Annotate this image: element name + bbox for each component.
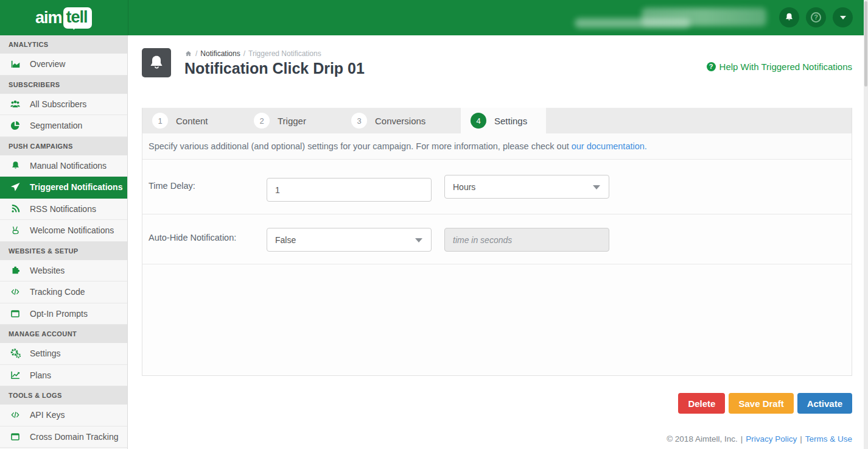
auto-hide-seconds-input [444, 228, 609, 252]
page-icon-box [142, 48, 171, 77]
wizard-tabs: 1 Content 2 Trigger 3 Conversions 4 Sett… [142, 108, 852, 133]
settings-description: Specify various additional (and optional… [142, 133, 852, 160]
breadcrumb-current: Triggered Notifications [248, 49, 321, 58]
breadcrumb-notifications[interactable]: Notifications [200, 49, 240, 58]
privacy-policy-link[interactable]: Privacy Policy [746, 434, 797, 444]
sidebar-item-tracking-code[interactable]: Tracking Code [0, 281, 127, 303]
sidebar-item-label: Welcome Notifications [30, 225, 114, 235]
sidebar-section-analytics: ANALYTICS [0, 35, 127, 54]
sidebar-section-tools-logs: TOOLS & LOGS [0, 386, 127, 405]
sidebar-item-opt-in-prompts[interactable]: Opt-In Prompts [0, 303, 127, 325]
rss-icon [9, 203, 22, 215]
footer-separator: | [800, 434, 802, 444]
bell-icon [784, 12, 794, 23]
sidebar-section-websites-setup: WEBSITES & SETUP [0, 242, 127, 260]
page-title: Notification Click Drip 01 [184, 60, 365, 77]
sidebar-item-label: Cross Domain Tracking [30, 432, 119, 442]
time-delay-unit-select[interactable]: Hours [444, 175, 609, 199]
sidebar-item-settings[interactable]: Settings [0, 343, 127, 365]
pie-chart-icon [9, 119, 22, 132]
question-mark-icon: ? [811, 12, 821, 23]
aimtell-logo[interactable]: aim tell [35, 7, 92, 29]
tab-number: 4 [471, 113, 486, 129]
sidebar-item-overview[interactable]: Overview [0, 54, 127, 76]
breadcrumb: / Notifications / Triggered Notification… [184, 49, 321, 58]
breadcrumb-separator: / [243, 49, 245, 58]
tab-label: Conversions [375, 116, 425, 126]
area-chart-icon [9, 58, 22, 70]
topbar: aim tell ? [0, 0, 864, 35]
activate-button[interactable]: Activate [797, 393, 852, 414]
topbar-divider [128, 0, 128, 35]
sidebar-item-all-subscribers[interactable]: All Subscribers [0, 94, 127, 116]
sidebar-section-manage-account: MANAGE ACCOUNT [0, 325, 127, 343]
sidebar-section-subscribers: SUBSCRIBERS [0, 76, 127, 94]
scrollbar[interactable] [864, 0, 868, 449]
code-icon [9, 286, 22, 298]
tab-label: Settings [494, 116, 527, 126]
logo-text-aim: aim [35, 9, 62, 27]
documentation-link[interactable]: our documentation. [572, 141, 647, 151]
time-delay-input[interactable] [267, 178, 432, 202]
help-with-triggered-notifications-link[interactable]: ? Help With Triggered Notifications [707, 62, 852, 72]
sidebar-item-rss-notifications[interactable]: RSS Notifications [0, 199, 127, 221]
sidebar: ANALYTICS Overview SUBSCRIBERS All Subsc… [0, 35, 128, 449]
sidebar-item-label: Overview [30, 59, 65, 69]
tab-trigger[interactable]: 2 Trigger [244, 108, 341, 133]
redacted-site-selector [642, 8, 766, 26]
sidebar-item-segmentation[interactable]: Segmentation [0, 115, 127, 137]
sidebar-item-triggered-notifications[interactable]: Triggered Notifications [0, 177, 127, 199]
auto-hide-label: Auto-Hide Notification: [149, 233, 236, 242]
panel-empty-area [142, 264, 852, 375]
chevron-down-icon [593, 185, 600, 193]
sidebar-item-label: Tracking Code [30, 287, 85, 297]
time-delay-row: Time Delay: Hours [142, 160, 852, 214]
page-header: / Notifications / Triggered Notification… [128, 35, 864, 108]
footer-separator: | [741, 434, 743, 444]
tab-label: Trigger [278, 116, 306, 126]
gears-icon [9, 347, 22, 359]
browser-window-icon [9, 308, 22, 320]
delete-button[interactable]: Delete [678, 393, 725, 414]
sidebar-item-cross-domain-tracking[interactable]: Cross Domain Tracking [0, 426, 127, 448]
terms-link[interactable]: Terms & Use [805, 434, 852, 444]
auto-hide-row: Auto-Hide Notification: False [142, 214, 852, 264]
tab-conversions[interactable]: 3 Conversions [341, 108, 461, 133]
footer: © 2018 Aimtell, Inc. | Privacy Policy | … [667, 434, 852, 444]
sidebar-item-api-keys[interactable]: API Keys [0, 405, 127, 426]
save-draft-button[interactable]: Save Draft [729, 393, 793, 414]
line-chart-icon [9, 369, 22, 381]
scrollbar-thumb[interactable] [864, 1, 867, 87]
breadcrumb-separator: / [195, 49, 197, 58]
sidebar-item-manual-notifications[interactable]: Manual Notifications [0, 155, 127, 177]
action-buttons: Delete Save Draft Activate [678, 393, 852, 414]
tab-settings[interactable]: 4 Settings [461, 108, 546, 133]
description-text: Specify various additional (and optional… [149, 141, 569, 151]
tab-label: Content [176, 116, 208, 126]
auto-hide-select[interactable]: False [267, 228, 432, 252]
hand-peace-icon [9, 224, 22, 236]
tab-number: 3 [351, 113, 367, 129]
sidebar-item-label: Segmentation [30, 121, 82, 130]
sidebar-item-plans[interactable]: Plans [0, 365, 127, 387]
users-icon [9, 98, 22, 110]
sidebar-section-push-campaigns: PUSH CAMPAIGNS [0, 137, 127, 155]
main-content: / Notifications / Triggered Notification… [128, 35, 864, 449]
code-icon [9, 409, 22, 421]
tab-content[interactable]: 1 Content [142, 108, 244, 133]
sidebar-item-label: RSS Notifications [30, 204, 96, 214]
chevron-down-icon [415, 238, 422, 246]
paper-plane-icon [9, 181, 22, 193]
account-menu-button[interactable] [833, 7, 853, 27]
sidebar-item-welcome-notifications[interactable]: Welcome Notifications [0, 220, 127, 242]
sidebar-item-label: Settings [30, 348, 61, 358]
home-icon[interactable] [184, 50, 192, 57]
tab-number: 1 [152, 113, 168, 129]
notifications-bell-button[interactable] [779, 7, 799, 27]
sidebar-item-websites[interactable]: Websites [0, 260, 127, 282]
tab-number: 2 [254, 113, 270, 129]
copyright-text: © 2018 Aimtell, Inc. [667, 434, 738, 444]
browser-window-icon [9, 431, 22, 443]
help-button[interactable]: ? [806, 7, 826, 27]
selected-option: False [275, 235, 296, 245]
